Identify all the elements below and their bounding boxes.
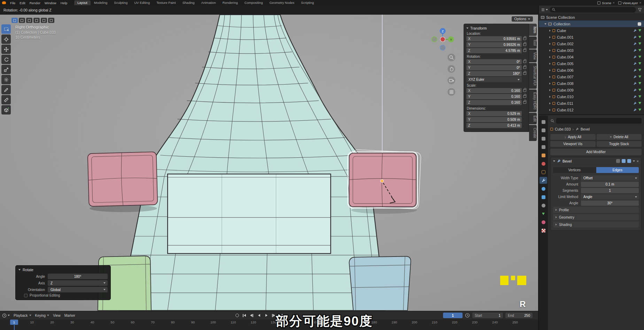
realtime-display-toggle[interactable] [622,159,626,163]
lock-icon[interactable] [523,66,526,69]
outliner-row-object[interactable]: Cube.009 [539,87,644,93]
remove-modifier-icon[interactable]: × [637,159,639,163]
expand-icon[interactable] [549,109,551,111]
mesh-data-icon[interactable] [638,49,641,52]
outliner-row-object[interactable]: Cube.006 [539,67,644,73]
affect-mode-option[interactable]: Vertices [553,167,596,173]
expand-icon[interactable] [549,36,551,38]
menu-item[interactable]: Edit [17,1,27,5]
workspace-tab[interactable]: Animation [198,0,219,5]
outliner-row-object[interactable]: Cube.004 [539,54,644,60]
tower-mesh[interactable] [120,15,385,311]
world-properties-tab[interactable] [540,160,547,167]
setting-control[interactable]: Angle [581,194,639,199]
editor-type-button[interactable] [2,313,10,318]
setting-control[interactable]: 0.1 m [581,182,639,187]
filter-icon[interactable] [638,8,642,12]
operator-row-control[interactable]: 180° [48,274,108,279]
scale-field[interactable]: X0.160 [466,88,522,93]
expand-icon[interactable] [549,76,551,78]
measure-tool-button[interactable] [1,95,11,104]
properties-search-input[interactable] [556,118,642,124]
particles-properties-tab[interactable] [540,185,547,192]
modifier-wrench-icon[interactable] [633,75,637,79]
cursor-tool-button[interactable] [1,34,11,44]
camera-view-icon[interactable] [448,77,455,84]
breadcrumb-modifier[interactable]: Bevel [581,127,590,131]
object-data-properties-tab[interactable] [540,210,547,217]
expand-icon[interactable] [549,63,551,65]
workspace-tab[interactable]: Layout [74,0,91,5]
perspective-grid-icon[interactable] [448,88,455,96]
circle-select-icon[interactable] [33,18,40,23]
expand-icon[interactable] [549,89,551,91]
blue-cube[interactable] [349,256,411,310]
mesh-data-icon[interactable] [638,69,641,71]
mesh-data-icon[interactable] [638,102,641,104]
playhead-line[interactable] [14,325,15,330]
expand-icon[interactable] [549,96,551,98]
render-properties-tab[interactable] [540,127,547,134]
workspace-tab[interactable]: Scripting [298,0,317,5]
constraints-properties-tab[interactable] [540,202,547,209]
workspace-tab[interactable]: Rendering [219,0,241,5]
modifier-wrench-icon[interactable] [633,102,637,105]
transform-tool-button[interactable] [1,75,11,84]
outliner-row-object[interactable]: Cube.001 [539,34,644,40]
sidebar-tab[interactable]: View [529,49,537,63]
cursor-tool-icon[interactable] [48,18,54,23]
scene-selector[interactable]: Scene × [597,1,614,5]
material-properties-tab[interactable] [540,219,547,226]
scale-tool-button[interactable] [1,65,11,74]
modifier-wrench-icon[interactable] [633,55,637,59]
outliner-row-scene-collection[interactable]: Scene Collection [539,14,644,21]
object-properties-tab[interactable] [540,168,547,175]
workspace-tab[interactable]: Compositing [241,0,266,5]
sidebar-tab[interactable]: Item [529,24,537,36]
jump-start-button[interactable] [241,313,247,319]
scale-field[interactable]: Y0.160 [466,94,522,99]
texture-properties-tab[interactable] [540,227,547,234]
scene-unlink-icon[interactable]: × [613,1,614,5]
toggle-stack-button[interactable]: Toggle Stack [597,141,642,147]
box-select-tool-button[interactable] [1,24,11,34]
outliner-row-collection[interactable]: Collection [539,21,644,27]
mesh-data-icon[interactable] [638,42,641,45]
location-field[interactable]: Y0.99326 m [466,42,522,47]
play-button[interactable] [263,313,269,319]
outliner-row-object[interactable]: Cube.003 [539,47,644,54]
workspace-tab[interactable]: Sculpting [111,0,131,5]
prev-keyframe-button[interactable] [249,313,255,319]
edit-mode-display-toggle[interactable] [616,159,620,163]
outliner-row-object[interactable]: Cube.010 [539,93,644,100]
modifier-wrench-icon[interactable] [633,29,637,32]
setting-control[interactable]: 1 [581,188,639,193]
dimension-field[interactable]: Z0.413 m [466,123,522,128]
move-tool-button[interactable] [1,45,11,54]
navigation-gizmo[interactable]: Z Y [430,27,455,52]
lock-icon[interactable] [523,101,526,104]
extras-menu-icon[interactable] [633,160,635,162]
location-field[interactable]: X0.93591 m [466,36,522,41]
mesh-data-icon[interactable] [638,56,641,58]
mesh-data-icon[interactable] [638,109,641,111]
expand-icon[interactable] [549,30,551,32]
scale-field[interactable]: Z0.160 [466,100,522,105]
expand-icon[interactable] [544,23,546,25]
operator-row-control[interactable]: Z [48,280,108,286]
operator-row-control[interactable]: Global [48,287,108,292]
collection-checkbox[interactable] [638,22,641,26]
annotate-tool-button[interactable] [1,85,11,94]
viewlayer-selector[interactable]: ViewLayer × [618,1,641,5]
timeline-menu-item[interactable]: Keying [35,314,49,317]
box-select-icon[interactable] [26,18,32,23]
apply-all-button[interactable]: ↓Apply All [550,134,596,140]
workspace-tab[interactable]: Texture Paint [153,0,179,5]
setting-control[interactable]: 30° [581,201,639,206]
modifier-wrench-icon[interactable] [633,42,637,46]
gizmo-y-neg-axis[interactable] [432,37,437,42]
lock-icon[interactable] [523,72,526,75]
location-field[interactable]: Z4.5785 m [466,48,522,53]
frame-start-field[interactable]: Start1 [472,313,503,318]
outliner-row-object[interactable]: Cube.012 [539,107,644,113]
